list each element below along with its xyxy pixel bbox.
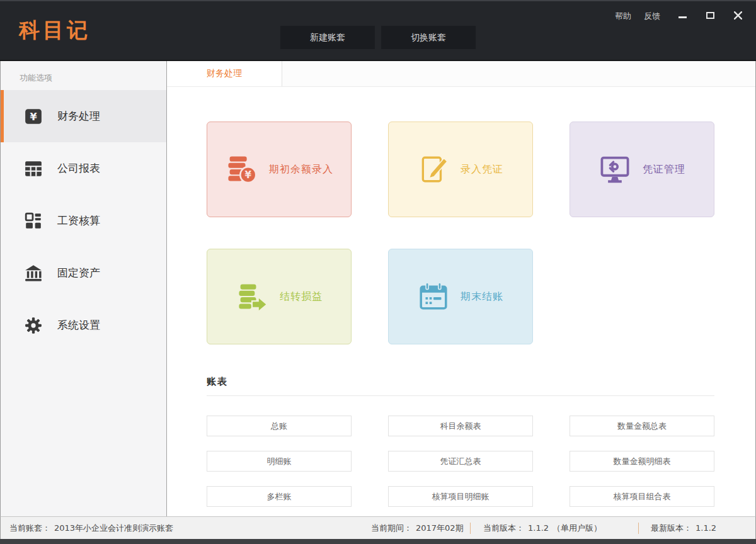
- report-btn-multi-column-ledger[interactable]: 多栏账: [207, 486, 352, 507]
- report-btn-voucher-summary[interactable]: 凭证汇总表: [388, 451, 533, 472]
- feedback-link[interactable]: 反馈: [644, 11, 660, 22]
- report-btn-auxiliary-combination[interactable]: 核算项目组合表: [570, 486, 714, 507]
- bank-icon: [24, 264, 43, 283]
- maximize-icon[interactable]: [706, 11, 714, 20]
- gear-icon: [24, 316, 43, 335]
- monitor-gear-icon: [598, 153, 631, 186]
- account-set-value: 2013年小企业会计准则演示账套: [54, 523, 173, 534]
- account-set-label: 当前账套：: [9, 523, 50, 534]
- sidebar-item-label: 固定资产: [57, 266, 100, 280]
- app-window: 科目记 新建账套 切换账套 帮助 反馈 功能选项: [0, 0, 756, 544]
- card-label: 期初余额录入: [269, 163, 333, 176]
- card-carry-forward-profit-loss[interactable]: 结转损益: [207, 249, 352, 344]
- report-btn-quantity-amount-summary[interactable]: 数量金额总表: [570, 416, 714, 436]
- svg-text:¥: ¥: [30, 111, 37, 123]
- help-link[interactable]: 帮助: [615, 11, 631, 22]
- tab-bar: 财务处理: [167, 61, 755, 87]
- sidebar-item-finance[interactable]: ¥ 财务处理: [1, 90, 166, 142]
- card-voucher-management[interactable]: 凭证管理: [570, 122, 714, 217]
- payroll-grid-icon: [24, 212, 43, 230]
- current-version: 当前版本：1.1.2 （单用户版）: [483, 517, 602, 539]
- new-account-set-button[interactable]: 新建账套: [280, 26, 375, 49]
- sidebar-item-system-settings[interactable]: 系统设置: [1, 299, 166, 351]
- sidebar-item-label: 系统设置: [57, 318, 100, 332]
- card-enter-voucher[interactable]: 录入凭证: [388, 122, 533, 217]
- body: 功能选项 ¥ 财务处理: [0, 61, 756, 516]
- reports-divider: [207, 395, 714, 396]
- period-value: 2017年02期: [416, 523, 464, 534]
- report-btn-subject-balance[interactable]: 科目余额表: [388, 416, 533, 436]
- sidebar-title: 功能选项: [1, 61, 166, 84]
- version-value: 1.1.2: [528, 523, 549, 533]
- app-logo: 科目记: [19, 16, 91, 45]
- content: ¥ 期初余额录入 录入凭证: [167, 87, 755, 516]
- tab-finance[interactable]: 财务处理: [167, 61, 282, 86]
- card-label: 凭证管理: [643, 163, 685, 176]
- current-account-set: 当前账套： 2013年小企业会计准则演示账套: [9, 517, 173, 539]
- cards-row-2: 结转损益: [207, 249, 755, 344]
- latest-version-label: 最新版本：: [651, 523, 692, 534]
- version-note: （单用户版）: [553, 523, 602, 534]
- card-label: 期末结账: [461, 290, 503, 303]
- sidebar: 功能选项 ¥ 财务处理: [1, 61, 167, 516]
- coins-arrow-icon: [236, 280, 268, 313]
- sidebar-item-label: 工资核算: [57, 213, 100, 228]
- sidebar-item-payroll[interactable]: 工资核算: [1, 195, 166, 247]
- sidebar-item-company-reports[interactable]: 公司报表: [1, 142, 166, 195]
- status-bar: 当前账套： 2013年小企业会计准则演示账套 当前期间： 2017年02期 当前…: [0, 516, 756, 539]
- status-divider: [470, 523, 471, 534]
- report-btn-detail-ledger[interactable]: 明细账: [207, 451, 352, 472]
- status-divider: [638, 523, 639, 534]
- reports-section: 账表 总账 科目余额表 数量金额总表 明细账 凭证汇总表 数量金额明细表 多栏账…: [207, 376, 714, 507]
- period-label: 当前期间：: [371, 523, 412, 534]
- reports-title: 账表: [207, 376, 714, 388]
- reports-grid: 总账 科目余额表 数量金额总表 明细账 凭证汇总表 数量金额明细表 多栏账 核算…: [207, 416, 714, 507]
- sidebar-item-label: 公司报表: [57, 161, 100, 176]
- switch-account-set-button[interactable]: 切换账套: [381, 26, 476, 49]
- coins-yuan-icon: ¥: [225, 153, 258, 186]
- edit-doc-icon: [418, 154, 449, 185]
- version-label: 当前版本：: [483, 523, 524, 534]
- sidebar-item-label: 财务处理: [57, 109, 100, 123]
- report-btn-quantity-amount-detail[interactable]: 数量金额明细表: [570, 451, 714, 472]
- calendar-icon: [418, 281, 449, 312]
- svg-text:¥: ¥: [245, 169, 252, 181]
- report-table-icon: [24, 159, 43, 178]
- minimize-icon[interactable]: [678, 11, 687, 20]
- close-icon[interactable]: [733, 11, 742, 20]
- card-initial-balance-entry[interactable]: ¥ 期初余额录入: [207, 122, 352, 217]
- cards-row-1: ¥ 期初余额录入 录入凭证: [207, 122, 755, 217]
- card-label: 录入凭证: [461, 163, 503, 176]
- window-controls: [678, 9, 742, 21]
- card-period-end-closing[interactable]: 期末结账: [388, 249, 533, 344]
- latest-version: 最新版本：1.1.2: [651, 517, 716, 539]
- sidebar-item-fixed-assets[interactable]: 固定资产: [1, 247, 166, 299]
- header-links: 帮助 反馈: [615, 11, 660, 22]
- yuan-icon: ¥: [24, 107, 43, 126]
- sidebar-items: ¥ 财务处理 公司报: [1, 90, 166, 351]
- current-period: 当前期间： 2017年02期: [371, 517, 464, 539]
- latest-version-value: 1.1.2: [696, 523, 716, 533]
- header: 科目记 新建账套 切换账套 帮助 反馈: [0, 0, 756, 61]
- card-label: 结转损益: [280, 290, 323, 303]
- header-actions: 新建账套 切换账套: [280, 26, 476, 49]
- report-btn-general-ledger[interactable]: 总账: [207, 416, 352, 436]
- report-btn-auxiliary-detail[interactable]: 核算项目明细账: [388, 486, 533, 507]
- main-area: 财务处理: [167, 61, 755, 516]
- window-bottom-border: [0, 539, 756, 544]
